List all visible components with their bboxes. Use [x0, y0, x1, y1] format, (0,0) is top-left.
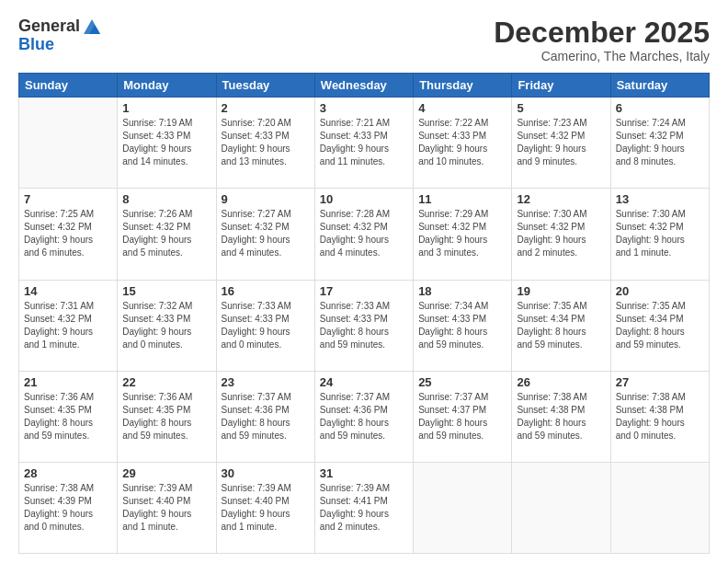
day-cell [512, 462, 610, 553]
day-number: 3 [320, 101, 408, 115]
day-info: Sunrise: 7:33 AMSunset: 4:33 PMDaylight:… [320, 300, 408, 351]
day-cell: 11Sunrise: 7:29 AMSunset: 4:32 PMDayligh… [414, 189, 512, 280]
week-row-2: 7Sunrise: 7:25 AMSunset: 4:32 PMDaylight… [19, 189, 710, 280]
header-sunday: Sunday [19, 74, 118, 98]
day-info: Sunrise: 7:29 AMSunset: 4:32 PMDaylight:… [418, 208, 506, 259]
day-number: 16 [222, 284, 310, 298]
day-cell: 7Sunrise: 7:25 AMSunset: 4:32 PMDaylight… [19, 189, 118, 280]
day-number: 23 [222, 375, 310, 389]
week-row-1: 1Sunrise: 7:19 AMSunset: 4:33 PMDaylight… [19, 98, 710, 189]
day-number: 22 [122, 375, 210, 389]
day-cell: 12Sunrise: 7:30 AMSunset: 4:32 PMDayligh… [512, 189, 610, 280]
logo-general: General [18, 17, 80, 36]
day-cell: 6Sunrise: 7:24 AMSunset: 4:32 PMDaylight… [610, 98, 709, 189]
day-cell [610, 462, 709, 553]
day-cell: 27Sunrise: 7:38 AMSunset: 4:38 PMDayligh… [610, 371, 709, 462]
header-friday: Friday [512, 74, 610, 98]
day-info: Sunrise: 7:31 AMSunset: 4:32 PMDaylight:… [24, 300, 112, 351]
logo-blue: Blue [18, 36, 102, 54]
day-info: Sunrise: 7:35 AMSunset: 4:34 PMDaylight:… [616, 300, 704, 351]
day-number: 28 [24, 466, 112, 480]
day-number: 1 [122, 101, 210, 115]
day-info: Sunrise: 7:38 AMSunset: 4:38 PMDaylight:… [616, 391, 704, 442]
day-info: Sunrise: 7:38 AMSunset: 4:39 PMDaylight:… [24, 482, 112, 534]
day-cell: 20Sunrise: 7:35 AMSunset: 4:34 PMDayligh… [610, 280, 709, 371]
month-title: December 2025 [494, 17, 710, 49]
day-info: Sunrise: 7:25 AMSunset: 4:32 PMDaylight:… [24, 208, 112, 259]
day-cell [414, 462, 512, 553]
day-cell: 9Sunrise: 7:27 AMSunset: 4:32 PMDaylight… [216, 189, 314, 280]
day-cell: 10Sunrise: 7:28 AMSunset: 4:32 PMDayligh… [314, 189, 413, 280]
day-cell: 2Sunrise: 7:20 AMSunset: 4:33 PMDaylight… [216, 98, 314, 189]
day-number: 27 [616, 375, 704, 389]
week-row-4: 21Sunrise: 7:36 AMSunset: 4:35 PMDayligh… [19, 371, 710, 462]
day-info: Sunrise: 7:38 AMSunset: 4:38 PMDaylight:… [517, 391, 605, 442]
logo: General Blue [18, 17, 102, 54]
day-cell: 8Sunrise: 7:26 AMSunset: 4:32 PMDaylight… [118, 189, 216, 280]
day-info: Sunrise: 7:36 AMSunset: 4:35 PMDaylight:… [24, 391, 112, 442]
day-cell: 26Sunrise: 7:38 AMSunset: 4:38 PMDayligh… [512, 371, 610, 462]
day-number: 13 [616, 192, 704, 206]
logo-icon [82, 17, 102, 36]
day-number: 10 [320, 192, 408, 206]
day-cell: 21Sunrise: 7:36 AMSunset: 4:35 PMDayligh… [19, 371, 118, 462]
day-cell: 28Sunrise: 7:38 AMSunset: 4:39 PMDayligh… [19, 462, 118, 553]
day-cell: 19Sunrise: 7:35 AMSunset: 4:34 PMDayligh… [512, 280, 610, 371]
day-cell: 5Sunrise: 7:23 AMSunset: 4:32 PMDaylight… [512, 98, 610, 189]
day-number: 18 [418, 284, 506, 298]
day-info: Sunrise: 7:34 AMSunset: 4:33 PMDaylight:… [418, 300, 506, 351]
header-monday: Monday [118, 74, 216, 98]
day-info: Sunrise: 7:30 AMSunset: 4:32 PMDaylight:… [517, 208, 605, 259]
day-number: 12 [517, 192, 605, 206]
day-number: 8 [122, 192, 210, 206]
day-number: 9 [222, 192, 310, 206]
header-tuesday: Tuesday [216, 74, 314, 98]
day-number: 11 [418, 192, 506, 206]
day-cell: 1Sunrise: 7:19 AMSunset: 4:33 PMDaylight… [118, 98, 216, 189]
week-row-5: 28Sunrise: 7:38 AMSunset: 4:39 PMDayligh… [19, 462, 710, 553]
day-cell: 4Sunrise: 7:22 AMSunset: 4:33 PMDaylight… [414, 98, 512, 189]
day-info: Sunrise: 7:28 AMSunset: 4:32 PMDaylight:… [320, 208, 408, 259]
day-info: Sunrise: 7:24 AMSunset: 4:32 PMDaylight:… [616, 117, 704, 168]
day-number: 15 [122, 284, 210, 298]
day-info: Sunrise: 7:37 AMSunset: 4:36 PMDaylight:… [222, 391, 310, 442]
day-cell: 17Sunrise: 7:33 AMSunset: 4:33 PMDayligh… [314, 280, 413, 371]
day-number: 26 [517, 375, 605, 389]
day-cell: 15Sunrise: 7:32 AMSunset: 4:33 PMDayligh… [118, 280, 216, 371]
title-block: December 2025 Camerino, The Marches, Ita… [494, 17, 710, 63]
header-saturday: Saturday [610, 74, 709, 98]
day-info: Sunrise: 7:37 AMSunset: 4:36 PMDaylight:… [320, 391, 408, 442]
calendar-table: Sunday Monday Tuesday Wednesday Thursday… [18, 73, 710, 554]
day-number: 6 [616, 101, 704, 115]
day-cell: 16Sunrise: 7:33 AMSunset: 4:33 PMDayligh… [216, 280, 314, 371]
day-info: Sunrise: 7:26 AMSunset: 4:32 PMDaylight:… [122, 208, 210, 259]
day-number: 19 [517, 284, 605, 298]
day-number: 29 [122, 466, 210, 480]
day-info: Sunrise: 7:39 AMSunset: 4:40 PMDaylight:… [122, 482, 210, 534]
weekday-header-row: Sunday Monday Tuesday Wednesday Thursday… [19, 74, 710, 98]
day-number: 4 [418, 101, 506, 115]
day-info: Sunrise: 7:30 AMSunset: 4:32 PMDaylight:… [616, 208, 704, 259]
week-row-3: 14Sunrise: 7:31 AMSunset: 4:32 PMDayligh… [19, 280, 710, 371]
day-cell [19, 98, 118, 189]
day-info: Sunrise: 7:39 AMSunset: 4:41 PMDaylight:… [320, 482, 408, 534]
day-number: 14 [24, 284, 112, 298]
day-number: 2 [222, 101, 310, 115]
day-cell: 13Sunrise: 7:30 AMSunset: 4:32 PMDayligh… [610, 189, 709, 280]
day-info: Sunrise: 7:19 AMSunset: 4:33 PMDaylight:… [122, 117, 210, 168]
day-info: Sunrise: 7:32 AMSunset: 4:33 PMDaylight:… [122, 300, 210, 351]
day-cell: 30Sunrise: 7:39 AMSunset: 4:40 PMDayligh… [216, 462, 314, 553]
day-cell: 3Sunrise: 7:21 AMSunset: 4:33 PMDaylight… [314, 98, 413, 189]
day-number: 7 [24, 192, 112, 206]
header-wednesday: Wednesday [314, 74, 413, 98]
day-number: 24 [320, 375, 408, 389]
day-info: Sunrise: 7:22 AMSunset: 4:33 PMDaylight:… [418, 117, 506, 168]
day-info: Sunrise: 7:36 AMSunset: 4:35 PMDaylight:… [122, 391, 210, 442]
day-cell: 31Sunrise: 7:39 AMSunset: 4:41 PMDayligh… [314, 462, 413, 553]
day-number: 25 [418, 375, 506, 389]
day-cell: 18Sunrise: 7:34 AMSunset: 4:33 PMDayligh… [414, 280, 512, 371]
day-cell: 14Sunrise: 7:31 AMSunset: 4:32 PMDayligh… [19, 280, 118, 371]
day-info: Sunrise: 7:33 AMSunset: 4:33 PMDaylight:… [222, 300, 310, 351]
day-number: 31 [320, 466, 408, 480]
day-info: Sunrise: 7:39 AMSunset: 4:40 PMDaylight:… [222, 482, 310, 534]
